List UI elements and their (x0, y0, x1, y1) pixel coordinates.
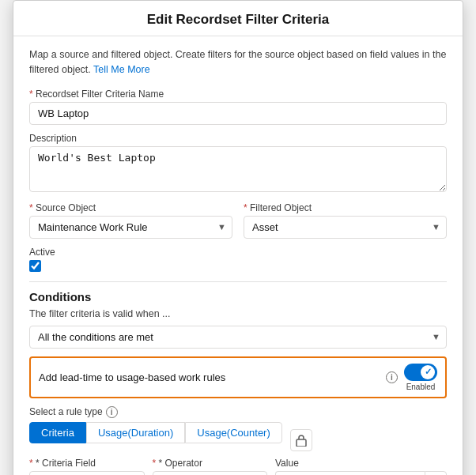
source-object-label: Source Object (29, 202, 232, 213)
toggle-wrapper: ✓ Enabled (404, 364, 437, 391)
operator-label: * Operator (153, 458, 268, 469)
operator-select[interactable]: Equals (153, 471, 268, 476)
criteria-field-label: * Criteria Field (29, 458, 145, 469)
modal-body: Map a source and filtered object. Create… (13, 36, 463, 475)
toggle-enabled-label: Enabled (406, 383, 436, 391)
rule-type-section: Select a rule type i Criteria Usage(Dura… (29, 406, 447, 451)
value-input-wrapper (275, 471, 447, 476)
filtered-object-select[interactable]: Asset (244, 216, 447, 239)
filtered-object-select-wrapper: Asset ▼ (244, 216, 447, 239)
tab-criteria[interactable]: Criteria (29, 422, 86, 443)
description-label: Description (29, 133, 447, 144)
rule-type-info-icon[interactable]: i (106, 406, 118, 418)
modal: Edit Recordset Filter Criteria Map a sou… (13, 0, 463, 475)
modal-title: Edit Recordset Filter Criteria (147, 12, 330, 27)
source-filtered-row: Source Object Maintenance Work Rule ▼ Fi… (29, 202, 447, 239)
description-input[interactable]: World's Best Laptop (29, 146, 447, 192)
section-divider (29, 281, 447, 282)
intro-text: Map a source and filtered object. Create… (29, 47, 447, 77)
operator-col: * Operator Equals ▼ (153, 458, 268, 476)
value-input[interactable] (275, 471, 425, 476)
tell-me-more-link[interactable]: Tell Me More (93, 64, 150, 75)
value-label: Value (275, 458, 447, 469)
source-object-select-wrapper: Maintenance Work Rule ▼ (29, 216, 232, 239)
active-section: Active (29, 247, 447, 272)
active-checkbox-wrapper (29, 260, 447, 272)
toggle-check-icon: ✓ (425, 367, 432, 377)
value-col: Value (275, 458, 447, 476)
criteria-name-label: Recordset Filter Criteria Name (29, 89, 447, 100)
criteria-field-select-wrapper: Install Date ▼ (29, 471, 145, 476)
filtered-object-label: Filtered Object (244, 202, 447, 213)
filtered-object-col: Filtered Object Asset ▼ (244, 202, 447, 239)
criteria-field-col: * Criteria Field Install Date ▼ (29, 458, 145, 476)
tab-group: Criteria Usage(Duration) Usage(Counter) (29, 422, 282, 443)
lead-time-box: Add lead-time to usage-based work rules … (29, 356, 447, 398)
lock-button[interactable] (290, 429, 312, 451)
criteria-name-input[interactable] (29, 102, 447, 125)
criteria-field-select[interactable]: Install Date (29, 471, 145, 476)
source-object-col: Source Object Maintenance Work Rule ▼ (29, 202, 232, 239)
modal-overlay: Edit Recordset Filter Criteria Map a sou… (0, 0, 476, 475)
active-checkbox[interactable] (29, 260, 41, 272)
validity-select[interactable]: All the conditions are met (29, 326, 447, 349)
lead-time-toggle[interactable]: ✓ (404, 364, 437, 381)
modal-header: Edit Recordset Filter Criteria (13, 1, 463, 36)
calendar-button[interactable] (425, 471, 447, 476)
criteria-name-group: Recordset Filter Criteria Name (29, 89, 447, 125)
tabs-lock-row: Criteria Usage(Duration) Usage(Counter) (29, 422, 447, 451)
lead-time-label: Add lead-time to usage-based work rules (39, 371, 380, 383)
lead-time-info-icon[interactable]: i (386, 371, 398, 383)
operator-select-wrapper: Equals ▼ (153, 471, 268, 476)
criteria-fields: * Criteria Field Install Date ▼ * Operat… (29, 458, 447, 476)
description-group: Description World's Best Laptop (29, 133, 447, 194)
svg-rect-0 (297, 439, 306, 447)
lock-icon (296, 434, 307, 447)
conditions-subtitle: The filter criteria is valid when ... (29, 308, 447, 319)
validity-select-wrapper: All the conditions are met ▼ (29, 326, 447, 349)
rule-type-label: Select a rule type i (29, 406, 447, 418)
tab-usage-counter[interactable]: Usage(Counter) (185, 422, 282, 443)
toggle-knob: ✓ (421, 365, 435, 379)
source-object-select[interactable]: Maintenance Work Rule (29, 216, 232, 239)
active-label: Active (29, 247, 447, 258)
tab-usage-duration[interactable]: Usage(Duration) (86, 422, 185, 443)
conditions-title: Conditions (29, 290, 447, 303)
criteria-row: * Criteria Field Install Date ▼ * Operat… (29, 458, 447, 476)
validity-group: All the conditions are met ▼ (29, 326, 447, 349)
